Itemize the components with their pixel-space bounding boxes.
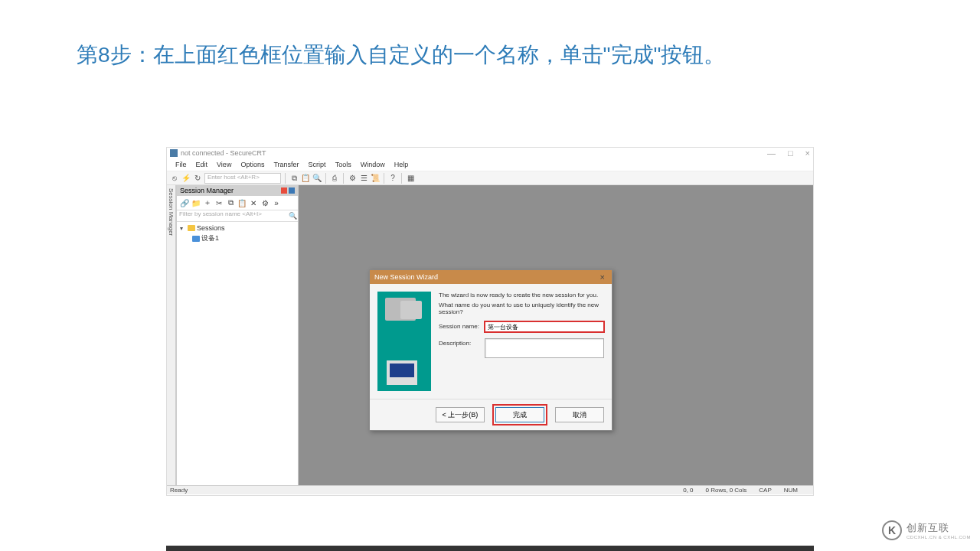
session-manager-tab[interactable]: Session Manager — [167, 185, 176, 485]
menu-view[interactable]: View — [213, 160, 235, 169]
menu-file[interactable]: File — [172, 160, 191, 169]
script-icon[interactable]: 📜 — [371, 174, 380, 183]
wizard-text-1: The wizard is now ready to create the ne… — [439, 292, 604, 298]
panel-toolbar: 🔗 📁 ＋ ✂ ⧉ 📋 ✕ ⚙ » — [177, 196, 298, 210]
pin-icon[interactable] — [281, 187, 287, 194]
securecrt-window: not connected - SecureCRT — □ × File Edi… — [166, 147, 814, 496]
wizard-graphic — [377, 292, 431, 391]
copy-icon[interactable]: ⧉ — [289, 174, 299, 183]
watermark-sub: CDCXHL.CN & CXHL.COM — [906, 535, 971, 540]
folder-icon — [188, 225, 195, 231]
tile-icon[interactable]: ▦ — [406, 174, 415, 183]
quick-connect-icon[interactable]: ⚡ — [181, 174, 191, 183]
tree-root[interactable]: ▾ Sessions — [180, 223, 295, 233]
session-tree: ▾ Sessions 设备1 — [177, 222, 298, 485]
tree-root-label: Sessions — [197, 224, 225, 232]
status-caps: CAP — [759, 487, 771, 494]
wizard-title-bar: New Session Wizard × — [370, 270, 612, 284]
app-icon — [170, 149, 178, 157]
minimize-button[interactable]: — — [767, 148, 776, 158]
menu-help[interactable]: Help — [390, 160, 413, 169]
tree-item[interactable]: 设备1 — [180, 233, 295, 244]
copy2-icon[interactable]: ⧉ — [225, 197, 236, 208]
window-title: not connected - SecureCRT — [181, 149, 266, 157]
connect-icon[interactable]: ⎋ — [170, 174, 179, 183]
filter-input[interactable]: Filter by session name <Alt+I> — [177, 210, 287, 221]
watermark-logo-icon: K — [882, 520, 902, 540]
wizard-title: New Session Wizard — [374, 273, 438, 281]
tree-item-label: 设备1 — [201, 233, 219, 243]
filter-search-icon[interactable]: 🔍 — [287, 212, 298, 220]
new-session-icon[interactable]: ＋ — [202, 197, 213, 208]
description-label: Description: — [439, 338, 482, 347]
menu-bar: File Edit View Options Transfer Script T… — [167, 158, 813, 171]
panel-header: Session Manager — [177, 185, 298, 196]
status-num: NUM — [784, 487, 798, 494]
status-rows: 0 Rows, 0 Cols — [706, 487, 747, 494]
session-options-icon[interactable]: ☰ — [359, 174, 368, 183]
finish-button[interactable]: 完成 — [495, 407, 544, 422]
status-bar: Ready 0, 0 0 Rows, 0 Cols CAP NUM — [167, 485, 813, 494]
menu-transfer[interactable]: Transfer — [270, 160, 302, 169]
reconnect-icon[interactable]: ↻ — [193, 174, 202, 183]
panel-title: Session Manager — [180, 187, 234, 194]
menu-edit[interactable]: Edit — [192, 160, 212, 169]
instruction-text: 第8步：在上面红色框位置输入自定义的一个名称，单击"完成"按钮。 — [0, 0, 980, 88]
caret-icon[interactable]: ▾ — [180, 225, 186, 232]
delete-icon[interactable]: ✕ — [248, 197, 259, 208]
close-panel-icon[interactable] — [289, 187, 295, 194]
close-button[interactable]: × — [805, 148, 810, 158]
find-icon[interactable]: 🔍 — [312, 174, 322, 183]
status-pos: 0, 0 — [683, 487, 693, 494]
help-icon[interactable]: ? — [388, 174, 397, 183]
new-folder-icon[interactable]: 📁 — [191, 197, 201, 208]
main-toolbar: ⎋ ⚡ ↻ Enter host <Alt+R> ⧉ 📋 🔍 ⎙ ⚙ ☰ 📜 ?… — [167, 171, 813, 185]
more-icon[interactable]: » — [271, 197, 282, 208]
title-bar: not connected - SecureCRT — □ × — [167, 148, 813, 158]
link-icon[interactable]: 🔗 — [179, 197, 190, 208]
paste-icon[interactable]: 📋 — [301, 174, 310, 183]
session-name-input[interactable] — [485, 321, 604, 332]
cancel-button[interactable]: 取消 — [555, 407, 604, 422]
session-name-label: Session name: — [439, 321, 482, 330]
cut-icon[interactable]: ✂ — [214, 197, 224, 208]
settings-icon[interactable]: ⚙ — [348, 174, 357, 183]
paste2-icon[interactable]: 📋 — [237, 197, 247, 208]
wizard-close-icon[interactable]: × — [598, 272, 607, 282]
back-button[interactable]: < 上一步(B) — [436, 407, 485, 422]
wizard-text-2: What name do you want to use to uniquely… — [439, 302, 604, 315]
description-input[interactable] — [485, 338, 604, 358]
new-session-wizard: New Session Wizard × The wizard is now r… — [369, 269, 612, 431]
print-icon[interactable]: ⎙ — [330, 174, 339, 183]
menu-options[interactable]: Options — [237, 160, 268, 169]
watermark-brand: 创新互联 — [906, 521, 971, 535]
session-icon — [192, 236, 200, 242]
properties-icon[interactable]: ⚙ — [260, 197, 270, 208]
menu-tools[interactable]: Tools — [332, 160, 355, 169]
session-manager-panel: Session Manager 🔗 📁 ＋ ✂ ⧉ 📋 ✕ ⚙ » Filter… — [176, 185, 299, 485]
maximize-button[interactable]: □ — [788, 148, 793, 158]
status-ready: Ready — [170, 487, 188, 494]
menu-script[interactable]: Script — [305, 160, 330, 169]
wizard-footer: < 上一步(B) 完成 取消 — [370, 399, 612, 430]
bottom-banner — [166, 546, 814, 551]
watermark: K 创新互联 CDCXHL.CN & CXHL.COM — [882, 520, 971, 540]
menu-window[interactable]: Window — [357, 160, 389, 169]
host-input[interactable]: Enter host <Alt+R> — [204, 173, 281, 184]
